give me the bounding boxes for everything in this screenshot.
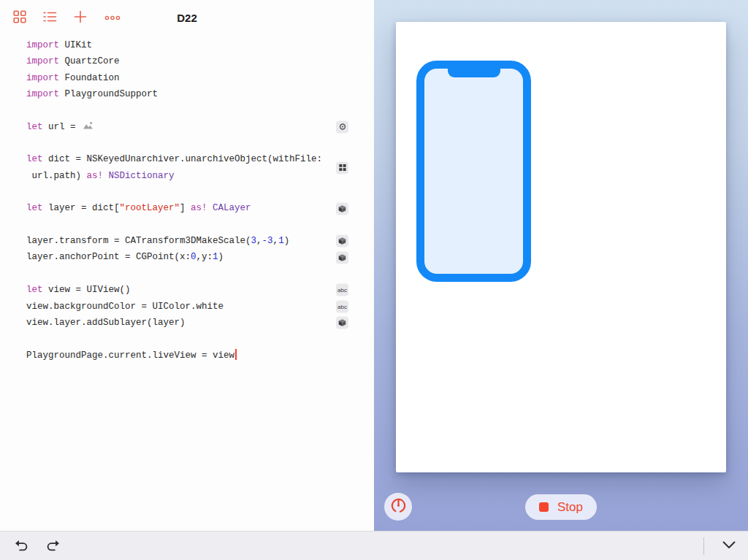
code-line[interactable]: import UIKit bbox=[0, 37, 374, 53]
code-token-plain: view.layer.addSublayer(layer) bbox=[26, 318, 186, 328]
code-line[interactable] bbox=[0, 266, 374, 282]
code-token-keyword: let bbox=[26, 203, 48, 213]
result-badge-circle-icon[interactable] bbox=[336, 120, 348, 133]
code-token-keyword: let bbox=[26, 154, 48, 164]
bottom-bar-right bbox=[703, 535, 748, 556]
code-line[interactable] bbox=[0, 331, 374, 347]
code-line[interactable]: import PlaygroundSupport bbox=[0, 86, 374, 102]
stop-button-label: Stop bbox=[557, 500, 583, 515]
code-lines[interactable]: import UIKitimport QuartzCoreimport Foun… bbox=[0, 35, 374, 364]
code-token-plain: layer.transform = CATransform3DMakeScale… bbox=[26, 236, 251, 246]
code-token-plain: , bbox=[256, 236, 262, 246]
code-line[interactable]: PlaygroundPage.current.liveView = view bbox=[0, 348, 374, 364]
code-token-number: 3 bbox=[251, 236, 257, 246]
code-token-number: 1 bbox=[278, 236, 284, 246]
code-line[interactable] bbox=[0, 217, 374, 233]
code-line[interactable]: layer.transform = CATransform3DMakeScale… bbox=[0, 233, 374, 249]
code-token-number: 1 bbox=[213, 252, 218, 262]
code-line[interactable]: view.layer.addSublayer(layer) bbox=[0, 315, 374, 331]
code-token-plain: ) bbox=[218, 252, 224, 262]
code-token-keyword: let bbox=[26, 285, 48, 295]
code-line[interactable]: let layer = dict["rootLayer"] as! CALaye… bbox=[0, 200, 374, 216]
speedometer-icon bbox=[389, 496, 408, 517]
live-view-pane: Stop bbox=[374, 0, 748, 531]
code-line[interactable]: url.path) as! NSDictionary bbox=[0, 168, 374, 184]
result-badge-cube-icon[interactable] bbox=[336, 202, 348, 215]
result-badge-abc[interactable]: abc bbox=[336, 284, 348, 296]
image-literal-icon[interactable] bbox=[83, 120, 94, 136]
add-page-button[interactable] bbox=[70, 7, 91, 29]
redo-button[interactable] bbox=[42, 534, 64, 559]
code-token-keyword: import bbox=[26, 73, 65, 83]
code-token-plain: view = UIView() bbox=[48, 285, 131, 295]
code-token-plain: PlaygroundSupport bbox=[65, 89, 159, 99]
editor-toolbar: D22 bbox=[0, 0, 374, 35]
result-badge-cube-icon[interactable] bbox=[336, 251, 348, 264]
phone-outline-drawing bbox=[416, 61, 531, 282]
code-token-plain: layer = dict[ bbox=[48, 203, 120, 213]
stop-button[interactable]: Stop bbox=[525, 494, 597, 520]
code-token-keyword: import bbox=[26, 89, 65, 99]
code-token-keyword: as! bbox=[191, 203, 213, 213]
grid-icon bbox=[13, 10, 26, 26]
code-token-plain: url.path) bbox=[26, 171, 87, 181]
code-token-keyword: import bbox=[26, 40, 65, 50]
code-line[interactable]: import QuartzCore bbox=[0, 53, 374, 69]
code-token-plain: QuartzCore bbox=[65, 56, 120, 66]
code-line[interactable] bbox=[0, 184, 374, 200]
code-token-plain: url = bbox=[48, 122, 81, 132]
code-token-type: CALayer bbox=[213, 203, 251, 213]
divider bbox=[703, 537, 704, 555]
result-badge-cube-icon[interactable] bbox=[336, 317, 348, 329]
code-line[interactable]: let url = bbox=[0, 119, 374, 135]
code-line[interactable]: view.backgroundColor = UIColor.whiteabc bbox=[0, 299, 374, 315]
code-token-plain: , bbox=[273, 236, 279, 246]
undo-button[interactable] bbox=[10, 534, 33, 559]
code-token-keyword: as! bbox=[87, 171, 109, 181]
text-cursor bbox=[235, 349, 237, 360]
code-token-plain: PlaygroundPage.current.liveView = view bbox=[26, 350, 234, 361]
list-view-button[interactable] bbox=[39, 8, 60, 28]
run-speed-button[interactable] bbox=[384, 493, 412, 521]
live-view-canvas bbox=[396, 22, 726, 472]
code-token-plain: Foundation bbox=[65, 73, 120, 83]
code-line[interactable]: let view = UIView()abc bbox=[0, 282, 374, 298]
code-token-plain: ) bbox=[284, 236, 290, 246]
code-token-plain: dict = NSKeyedUnarchiver.unarchiveObject… bbox=[48, 154, 322, 164]
code-token-plain: view.backgroundColor = UIColor.white bbox=[26, 302, 224, 312]
more-options-button[interactable] bbox=[101, 9, 124, 26]
grid-view-button[interactable] bbox=[10, 7, 29, 28]
code-token-string: "rootLayer" bbox=[120, 203, 180, 213]
redo-icon bbox=[45, 537, 61, 556]
code-line[interactable]: layer.anchorPoint = CGPoint(x:0,y:1) bbox=[0, 249, 374, 265]
result-badge-abc[interactable]: abc bbox=[336, 300, 348, 312]
code-line[interactable] bbox=[0, 135, 374, 151]
code-token-plain: ,y: bbox=[196, 252, 213, 262]
code-token-keyword: import bbox=[26, 56, 65, 66]
result-badge-cube-icon[interactable] bbox=[336, 235, 348, 248]
stop-square-icon bbox=[539, 502, 549, 512]
code-token-plain: ] bbox=[180, 203, 191, 213]
code-token-number: -3 bbox=[262, 236, 273, 246]
code-token-number: 0 bbox=[191, 252, 196, 262]
code-token-type: NSDictionary bbox=[109, 171, 175, 181]
code-line[interactable]: import Foundation bbox=[0, 70, 374, 86]
bottom-shortcut-bar bbox=[0, 531, 748, 560]
code-editor-pane: D22 bbox=[0, 0, 374, 531]
swift-playgrounds-app: D22 bbox=[0, 0, 748, 560]
code-token-plain: layer.anchorPoint = CGPoint(x: bbox=[26, 252, 191, 262]
code-token-keyword: let bbox=[26, 122, 48, 132]
code-line[interactable]: let dict = NSKeyedUnarchiver.unarchiveOb… bbox=[0, 151, 374, 167]
code-line[interactable] bbox=[0, 102, 374, 118]
code-token-plain: UIKit bbox=[65, 40, 93, 50]
plus-icon bbox=[73, 9, 88, 26]
dismiss-keyboard-button[interactable] bbox=[717, 535, 741, 556]
chevron-down-icon bbox=[720, 538, 738, 553]
list-icon bbox=[42, 11, 57, 25]
ellipsis-icon bbox=[104, 12, 121, 23]
undo-icon bbox=[13, 537, 30, 556]
phone-notch bbox=[448, 68, 500, 77]
